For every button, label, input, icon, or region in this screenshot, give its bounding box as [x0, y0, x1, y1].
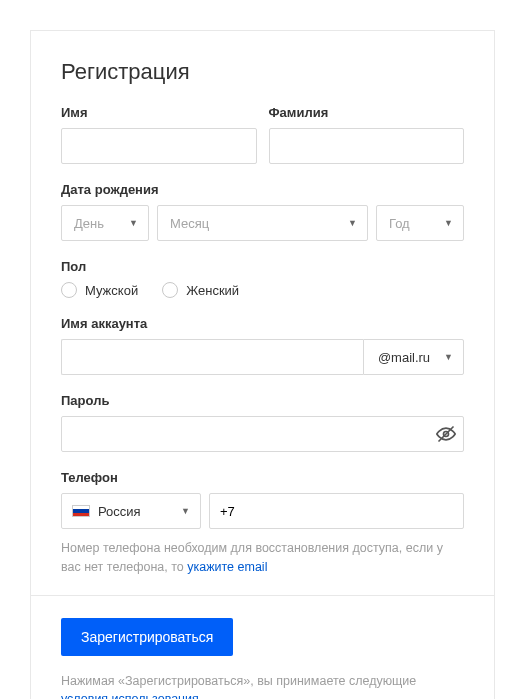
register-button[interactable]: Зарегистрироваться — [61, 618, 233, 656]
terms-suffix: . — [199, 692, 202, 699]
last-name-field: Фамилия — [269, 105, 465, 164]
phone-row: Россия ▼ — [61, 493, 464, 529]
chevron-down-icon: ▼ — [348, 218, 357, 228]
chevron-down-icon: ▼ — [444, 352, 453, 362]
account-section: Имя аккаунта @mail.ru ▼ — [61, 316, 464, 375]
toggle-password-visibility-icon[interactable] — [436, 424, 456, 444]
dob-section: Дата рождения День ▼ Месяц ▼ Год ▼ — [61, 182, 464, 241]
password-wrap — [61, 416, 464, 452]
gender-male-label: Мужской — [85, 283, 138, 298]
gender-section: Пол Мужской Женский — [61, 259, 464, 298]
password-input[interactable] — [61, 416, 464, 452]
dob-year-select[interactable]: Год ▼ — [376, 205, 464, 241]
specify-email-link[interactable]: укажите email — [187, 560, 267, 574]
dob-row: День ▼ Месяц ▼ Год ▼ — [61, 205, 464, 241]
phone-country-value: Россия — [98, 504, 141, 519]
phone-country-select[interactable]: Россия ▼ — [61, 493, 201, 529]
radio-icon — [162, 282, 178, 298]
dob-day-select[interactable]: День ▼ — [61, 205, 149, 241]
gender-label: Пол — [61, 259, 464, 274]
gender-male-radio[interactable]: Мужской — [61, 282, 138, 298]
first-name-input[interactable] — [61, 128, 257, 164]
phone-label: Телефон — [61, 470, 464, 485]
last-name-label: Фамилия — [269, 105, 465, 120]
first-name-field: Имя — [61, 105, 257, 164]
account-label: Имя аккаунта — [61, 316, 464, 331]
dob-month-placeholder: Месяц — [170, 216, 209, 231]
dob-year-placeholder: Год — [389, 216, 410, 231]
phone-hint: Номер телефона необходим для восстановле… — [61, 539, 464, 577]
first-name-label: Имя — [61, 105, 257, 120]
radio-icon — [61, 282, 77, 298]
password-section: Пароль — [61, 393, 464, 452]
account-input[interactable] — [61, 339, 363, 375]
registration-form: Регистрация Имя Фамилия Дата рождения Де… — [30, 30, 495, 699]
account-domain-value: @mail.ru — [378, 350, 430, 365]
phone-section: Телефон Россия ▼ Номер телефона необходи… — [61, 470, 464, 577]
account-row: @mail.ru ▼ — [61, 339, 464, 375]
gender-row: Мужской Женский — [61, 282, 464, 298]
last-name-input[interactable] — [269, 128, 465, 164]
page-title: Регистрация — [61, 59, 464, 85]
dob-day-placeholder: День — [74, 216, 104, 231]
dob-label: Дата рождения — [61, 182, 464, 197]
gender-female-label: Женский — [186, 283, 239, 298]
dob-month-select[interactable]: Месяц ▼ — [157, 205, 368, 241]
terms-prefix: Нажимая «Зарегистрироваться», вы принима… — [61, 674, 416, 688]
terms-text: Нажимая «Зарегистрироваться», вы принима… — [61, 672, 464, 700]
chevron-down-icon: ▼ — [181, 506, 190, 516]
password-label: Пароль — [61, 393, 464, 408]
terms-link[interactable]: условия использования — [61, 692, 199, 699]
chevron-down-icon: ▼ — [129, 218, 138, 228]
name-row: Имя Фамилия — [61, 105, 464, 164]
gender-female-radio[interactable]: Женский — [162, 282, 239, 298]
flag-russia-icon — [72, 505, 90, 517]
chevron-down-icon: ▼ — [444, 218, 453, 228]
account-domain-select[interactable]: @mail.ru ▼ — [363, 339, 464, 375]
divider — [31, 595, 494, 596]
phone-input[interactable] — [209, 493, 464, 529]
